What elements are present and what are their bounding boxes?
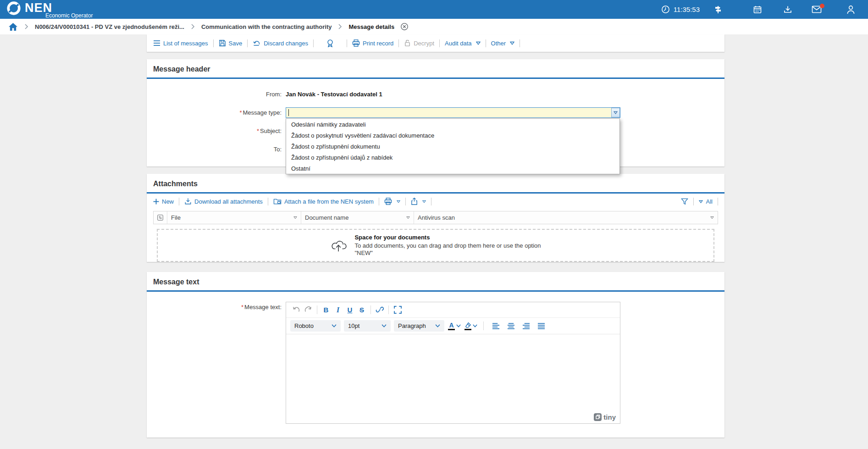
dropdown-option[interactable]: Žádost o zpřístupnění údajů z nabídek — [286, 152, 619, 163]
tinymce-logo-icon[interactable] — [594, 413, 602, 421]
nen-logo-icon — [6, 0, 22, 16]
breadcrumb-chevron-icon — [191, 24, 195, 29]
block-format-select[interactable]: Paragraph — [394, 320, 444, 332]
filter-funnel-icon[interactable] — [681, 198, 688, 205]
list-icon — [153, 40, 160, 46]
editor-statusbar: tiny — [286, 410, 620, 423]
text-color-swatch — [448, 329, 455, 330]
editor-toolbar-row2: Roboto 10pt Paragraph A — [286, 318, 620, 334]
export-attachments-button[interactable] — [411, 198, 426, 205]
to-label: To: — [147, 146, 286, 153]
user-icon[interactable] — [846, 5, 855, 14]
discard-icon — [253, 40, 261, 47]
dropdown-option[interactable]: Odeslání námitky zadavateli — [286, 119, 619, 130]
bold-button[interactable]: B — [320, 304, 332, 316]
signpost-icon[interactable] — [713, 5, 723, 14]
font-size-select[interactable]: 10pt — [344, 320, 391, 332]
column-header-document-name[interactable]: Document name — [305, 214, 348, 221]
mail-notification-badge — [820, 4, 824, 8]
undo-icon[interactable] — [290, 304, 302, 316]
clock-time: 11:35:53 — [674, 6, 700, 13]
dropdown-triangle-icon — [476, 41, 481, 45]
from-label: From: — [147, 91, 286, 98]
attach-from-nen-button[interactable]: Attach a file from the NEN system — [273, 198, 374, 205]
message-type-input[interactable] — [286, 107, 620, 118]
column-filter-icon[interactable] — [710, 216, 714, 219]
highlight-color-swatch — [464, 329, 471, 330]
dropdown-triangle-icon — [510, 41, 514, 45]
printer-icon — [352, 39, 360, 47]
align-center-icon[interactable] — [505, 320, 517, 332]
text-color-button[interactable]: A — [448, 322, 461, 330]
align-left-icon[interactable] — [490, 320, 502, 332]
brand-subtitle: Economic Operator — [45, 13, 93, 18]
message-type-dropdown-button[interactable] — [611, 108, 620, 117]
documents-dropzone[interactable]: Space for your documents To add document… — [157, 229, 714, 262]
required-marker: * — [239, 109, 242, 116]
folder-badge-icon — [273, 198, 282, 205]
save-icon — [219, 39, 226, 47]
message-type-label: *Message type: — [147, 109, 286, 116]
record-toolbar: List of messages Save Discard changes Pr… — [147, 34, 724, 52]
save-button[interactable]: Save — [219, 39, 243, 47]
fullscreen-icon[interactable] — [392, 304, 404, 316]
dropdown-option[interactable]: Žádost o poskytnutí vysvětlení zadávací … — [286, 130, 619, 141]
tinymce-brand-text[interactable]: tiny — [603, 413, 616, 421]
attachments-toolbar: New Download all attachments Attach a fi… — [147, 194, 724, 209]
message-text-label: *Message text: — [147, 302, 286, 310]
column-filter-icon[interactable] — [406, 216, 410, 219]
new-attachment-button[interactable]: New — [153, 198, 174, 205]
dropdown-option[interactable]: Žádost o zpřístupnění dokumentu — [286, 141, 619, 152]
filter-preset-triangle-icon[interactable] — [699, 200, 703, 203]
breadcrumb-chevron-icon — [24, 24, 28, 29]
align-right-icon[interactable] — [520, 320, 532, 332]
editor-toolbar-row1: B I U S — [286, 302, 620, 318]
italic-button[interactable]: I — [332, 304, 344, 316]
discard-changes-button[interactable]: Discard changes — [253, 40, 308, 47]
column-header-antivirus-scan[interactable]: Antivirus scan — [418, 214, 455, 221]
dropdown-triangle-icon — [422, 200, 426, 203]
breadcrumb-item-procedure[interactable]: N006/24/V00010341 - PD VZ ve zjednodušen… — [35, 23, 184, 30]
column-header-file[interactable]: File — [171, 214, 181, 221]
subject-label: *Subject: — [147, 127, 286, 134]
breadcrumb-item-message-details: Message details — [348, 23, 394, 30]
mail-icon[interactable] — [812, 6, 822, 13]
editor-content-area[interactable] — [286, 334, 620, 410]
app-brand[interactable]: NEN Economic Operator — [0, 0, 93, 18]
dropzone-hint-line1: To add documents, you can drag and drop … — [354, 242, 541, 249]
required-marker: * — [257, 127, 259, 134]
clock-widget: 11:35:53 — [661, 5, 700, 14]
filter-all-link[interactable]: All — [706, 198, 713, 205]
text-caret — [288, 109, 289, 116]
unlock-icon — [404, 39, 411, 47]
from-value: Jan Novák - Testovací dodavatel 1 — [286, 91, 382, 98]
font-family-select[interactable]: Roboto — [290, 320, 341, 332]
watchdog-ribbon-icon[interactable] — [326, 39, 334, 47]
dropdown-option[interactable]: Ostatní — [286, 163, 619, 174]
clock-icon — [661, 5, 670, 14]
align-justify-icon[interactable] — [535, 320, 547, 332]
close-tab-icon[interactable] — [400, 22, 409, 31]
download-all-attachments-button[interactable]: Download all attachments — [184, 198, 263, 205]
breadcrumb-item-communication[interactable]: Communication with the contracting autho… — [201, 23, 332, 30]
list-of-messages-button[interactable]: List of messages — [153, 40, 208, 47]
column-settings-icon[interactable] — [154, 211, 167, 224]
redo-icon[interactable] — [302, 304, 314, 316]
link-icon[interactable] — [374, 304, 386, 316]
strikethrough-button[interactable]: S — [356, 304, 368, 316]
column-filter-icon[interactable] — [293, 216, 297, 219]
home-icon[interactable] — [8, 22, 18, 31]
highlight-color-button[interactable] — [464, 322, 477, 330]
message-header-section: Message header From: Jan Novák - Testova… — [147, 59, 724, 166]
underline-button[interactable]: U — [344, 304, 356, 316]
message-type-dropdown-list: Odeslání námitky zadavateli Žádost o pos… — [286, 118, 620, 174]
dropzone-hint-line2: "NEW" — [354, 249, 541, 257]
section-title-message-text: Message text — [147, 272, 724, 290]
print-record-button[interactable]: Print record — [352, 39, 393, 47]
print-attachments-button[interactable] — [384, 198, 400, 205]
download-tray-icon[interactable] — [783, 5, 792, 14]
app-header: NEN Economic Operator 11:35:53 — [0, 0, 868, 19]
audit-data-menu-button[interactable]: Audit data — [445, 40, 481, 47]
calendar-icon[interactable] — [753, 5, 762, 14]
other-menu-button[interactable]: Other — [491, 40, 515, 47]
